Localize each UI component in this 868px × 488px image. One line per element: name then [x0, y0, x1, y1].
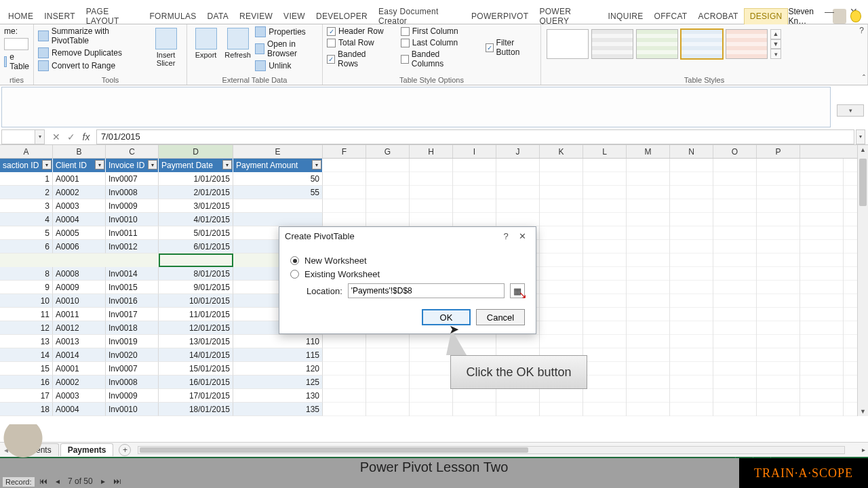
cell[interactable]: A0011 [53, 308, 106, 321]
cell[interactable]: 8/01/2015 [159, 267, 233, 281]
tab-view[interactable]: VIEW [278, 8, 311, 24]
cell[interactable]: 7 [0, 253, 53, 267]
col-header[interactable]: H [410, 145, 453, 158]
cell[interactable]: Inv0010 [106, 403, 159, 416]
quick-access-dropdown[interactable]: ▾ [837, 104, 864, 117]
tab-inquire[interactable]: INQUIRE [602, 8, 648, 24]
cell[interactable]: 11 [0, 308, 53, 321]
table-style-swatch[interactable] [636, 29, 678, 59]
filter-dropdown-icon[interactable]: ▾ [95, 160, 104, 169]
cell[interactable]: Inv0020 [106, 348, 159, 362]
col-header[interactable]: P [757, 145, 800, 158]
cell[interactable]: 17/01/2015 [159, 389, 233, 403]
header-row-checkbox[interactable]: ✓Header Row [327, 26, 384, 36]
tab-home[interactable]: HOME [3, 8, 39, 24]
cell[interactable]: 2 [0, 186, 53, 199]
collapse-ribbon-button[interactable]: ˆ [863, 74, 865, 83]
col-header[interactable]: G [366, 145, 410, 158]
cell[interactable]: 1/01/2015 [159, 172, 233, 186]
cell[interactable]: Inv0019 [106, 335, 159, 348]
dialog-help-button[interactable]: ? [498, 231, 514, 241]
cell[interactable]: A0002 [53, 375, 106, 389]
col-header[interactable]: J [496, 145, 540, 158]
cell[interactable]: Inv0007 [106, 362, 159, 375]
cell[interactable]: A0010 [53, 294, 106, 308]
cell[interactable]: 8 [0, 267, 53, 281]
remove-duplicates-button[interactable]: Remove Duplicates [38, 47, 146, 58]
cell[interactable]: 3 [0, 199, 53, 213]
cell[interactable]: Inv0011 [106, 226, 159, 240]
tab-insert[interactable]: INSERT [39, 8, 81, 24]
cell[interactable]: 9 [0, 281, 53, 294]
formula-bar-expand[interactable]: ▾ [856, 129, 865, 144]
cell[interactable]: A0004 [53, 403, 106, 416]
rec-prev-icon[interactable]: ◂ [56, 476, 60, 486]
cell[interactable]: 4/01/2015 [159, 213, 233, 226]
tab-offcat[interactable]: OFFCAT [649, 8, 693, 24]
col-header[interactable]: I [453, 145, 496, 158]
last-column-checkbox[interactable]: Last Column [401, 38, 469, 47]
table-header[interactable]: Invoice ID▾ [106, 159, 159, 172]
tab-design[interactable]: DESIGN [744, 8, 789, 24]
cell[interactable]: Inv0015 [106, 281, 159, 294]
cell[interactable]: 130 [233, 389, 323, 403]
cell[interactable]: 16/01/2015 [159, 375, 233, 389]
ext-properties-button[interactable]: Properties [255, 26, 318, 37]
filter-dropdown-icon[interactable]: ▾ [42, 160, 52, 169]
cell[interactable]: Inv0008 [106, 375, 159, 389]
cell[interactable]: A0002 [53, 186, 106, 199]
cell[interactable]: Inv0009 [106, 199, 159, 213]
name-box[interactable] [1, 129, 35, 144]
table-style-swatch[interactable] [547, 29, 589, 59]
add-sheet-button[interactable]: + [119, 444, 131, 456]
cell[interactable]: 10 [0, 294, 53, 308]
range-selector-button[interactable]: ▦↘ [510, 283, 525, 298]
cell[interactable]: 16 [0, 375, 53, 389]
cell[interactable]: 18/01/2015 [159, 403, 233, 416]
hscroll-right[interactable]: ▸ [859, 446, 868, 453]
existing-worksheet-radio[interactable]: Existing Worksheet [290, 269, 525, 279]
cell[interactable]: A0003 [53, 199, 106, 213]
cell[interactable]: Inv0010 [106, 213, 159, 226]
cell[interactable]: 18 [0, 403, 53, 416]
insert-slicer-button[interactable]: InsertSlicer [149, 26, 182, 68]
col-header[interactable]: K [540, 145, 583, 158]
help-icon[interactable]: ? [859, 26, 864, 35]
dialog-close-button[interactable]: ✕ [514, 231, 530, 241]
cell[interactable]: Inv0007 [106, 172, 159, 186]
banded-rows-checkbox[interactable]: ✓Banded Rows [327, 49, 384, 68]
cell[interactable]: 120 [233, 362, 323, 375]
cell[interactable]: 12/01/2015 [159, 321, 233, 335]
table-style-swatch[interactable] [591, 29, 633, 59]
col-header[interactable]: B [53, 145, 106, 158]
cell[interactable]: A0012 [53, 321, 106, 335]
first-column-checkbox[interactable]: First Column [401, 26, 469, 36]
unlink-button[interactable]: Unlink [255, 60, 318, 71]
filter-dropdown-icon[interactable]: ▾ [312, 160, 321, 169]
banded-columns-checkbox[interactable]: Banded Columns [401, 49, 469, 68]
tab-developer[interactable]: DEVELOPER [311, 8, 373, 24]
tab-pagelayout[interactable]: PAGE LAYOUT [81, 8, 144, 24]
cell[interactable]: A0001 [53, 362, 106, 375]
table-styles-gallery[interactable]: ▲▼▾ [545, 26, 863, 62]
rec-last-icon[interactable]: ⏭ [113, 476, 121, 486]
tab-review[interactable]: REVIEW [234, 8, 278, 24]
cell[interactable]: Inv0008 [106, 186, 159, 199]
total-row-checkbox[interactable]: Total Row [327, 38, 384, 47]
cell[interactable]: A0005 [53, 226, 106, 240]
accept-formula-button[interactable]: ✓ [64, 129, 79, 144]
col-header[interactable]: F [323, 145, 366, 158]
table-style-swatch-selected[interactable] [681, 29, 723, 59]
export-button[interactable]: Export [191, 26, 220, 60]
cell[interactable]: 14/01/2015 [159, 348, 233, 362]
cell[interactable]: A0001 [53, 172, 106, 186]
new-worksheet-radio[interactable]: New Worksheet [290, 256, 525, 266]
cell[interactable]: 115 [233, 348, 323, 362]
col-header[interactable]: A [0, 145, 53, 158]
feedback-smiley-icon[interactable] [850, 10, 861, 22]
cell[interactable]: A0013 [53, 335, 106, 348]
cell[interactable]: A0006 [53, 240, 106, 253]
ok-button[interactable]: OK [422, 309, 471, 325]
cell[interactable]: 2/01/2015 [159, 186, 233, 199]
filter-button-checkbox[interactable]: ✓Filter Button [486, 38, 536, 57]
